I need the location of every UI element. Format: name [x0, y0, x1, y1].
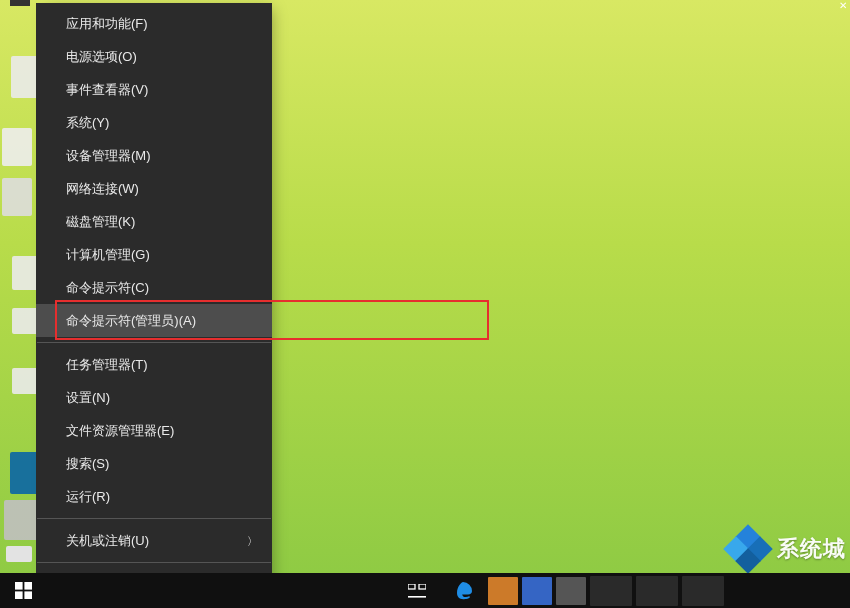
svg-rect-2 [15, 591, 23, 599]
chevron-right-icon: 〉 [247, 533, 258, 548]
task-view-icon [408, 584, 426, 598]
menu-item-label: 设备管理器(M) [66, 148, 151, 163]
menu-item-label: 任务管理器(T) [66, 357, 148, 372]
taskbar-app[interactable] [556, 577, 586, 605]
windows-logo-icon [15, 582, 32, 599]
menu-item-label: 命令提示符(C) [66, 280, 149, 295]
svg-rect-5 [419, 584, 426, 589]
menu-item-label: 关机或注销(U) [66, 533, 149, 548]
menu-item-label: 计算机管理(G) [66, 247, 150, 262]
menu-item-label: 磁盘管理(K) [66, 214, 135, 229]
menu-item-label: 应用和功能(F) [66, 16, 148, 31]
menu-item-label: 电源选项(O) [66, 49, 137, 64]
menu-item-label: 搜索(S) [66, 456, 109, 471]
winx-context-menu: 应用和功能(F) 电源选项(O) 事件查看器(V) 系统(Y) 设备管理器(M)… [36, 3, 272, 605]
taskbar-app[interactable] [636, 576, 678, 606]
menu-item-search[interactable]: 搜索(S) [36, 447, 272, 480]
watermark: 系统城 [725, 526, 846, 572]
menu-item-disk-management[interactable]: 磁盘管理(K) [36, 205, 272, 238]
desktop-icon-frag [6, 546, 32, 562]
edge-button[interactable] [440, 573, 486, 608]
task-view-button[interactable] [394, 573, 440, 608]
svg-rect-3 [24, 591, 32, 599]
menu-item-run[interactable]: 运行(R) [36, 480, 272, 513]
taskbar-app[interactable] [590, 576, 632, 606]
desktop-icon-frag [2, 178, 32, 216]
taskbar [0, 573, 850, 608]
taskbar-app[interactable] [522, 577, 552, 605]
menu-item-label: 事件查看器(V) [66, 82, 148, 97]
menu-item-label: 运行(R) [66, 489, 110, 504]
menu-item-device-manager[interactable]: 设备管理器(M) [36, 139, 272, 172]
menu-item-command-prompt-admin[interactable]: 命令提示符(管理员)(A) [36, 304, 272, 337]
menu-item-apps-features[interactable]: 应用和功能(F) [36, 7, 272, 40]
menu-item-label: 设置(N) [66, 390, 110, 405]
menu-item-event-viewer[interactable]: 事件查看器(V) [36, 73, 272, 106]
menu-item-system[interactable]: 系统(Y) [36, 106, 272, 139]
window-close-x[interactable]: ✕ [836, 0, 849, 12]
svg-rect-0 [15, 582, 23, 590]
menu-item-settings[interactable]: 设置(N) [36, 381, 272, 414]
svg-rect-4 [408, 584, 415, 589]
taskbar-app[interactable] [682, 576, 724, 606]
menu-item-task-manager[interactable]: 任务管理器(T) [36, 348, 272, 381]
taskbar-app[interactable] [488, 577, 518, 605]
menu-item-label: 系统(Y) [66, 115, 109, 130]
menu-item-computer-management[interactable]: 计算机管理(G) [36, 238, 272, 271]
svg-rect-1 [24, 582, 32, 590]
menu-item-label: 网络连接(W) [66, 181, 139, 196]
menu-item-power-options[interactable]: 电源选项(O) [36, 40, 272, 73]
watermark-logo-icon [725, 526, 771, 572]
menu-item-file-explorer[interactable]: 文件资源管理器(E) [36, 414, 272, 447]
menu-item-command-prompt[interactable]: 命令提示符(C) [36, 271, 272, 304]
menu-item-shutdown-signout[interactable]: 关机或注销(U) 〉 [36, 524, 272, 557]
svg-rect-6 [408, 596, 426, 598]
menu-divider [37, 342, 271, 343]
taskbar-hint [58, 577, 278, 605]
menu-item-network-connections[interactable]: 网络连接(W) [36, 172, 272, 205]
watermark-text: 系统城 [777, 534, 846, 564]
menu-divider [37, 562, 271, 563]
top-frag [10, 0, 30, 6]
start-button[interactable] [0, 573, 46, 608]
menu-item-label: 文件资源管理器(E) [66, 423, 174, 438]
menu-divider [37, 518, 271, 519]
menu-item-label: 命令提示符(管理员)(A) [66, 313, 196, 328]
desktop-icon-frag [2, 128, 32, 166]
edge-icon [453, 581, 473, 601]
